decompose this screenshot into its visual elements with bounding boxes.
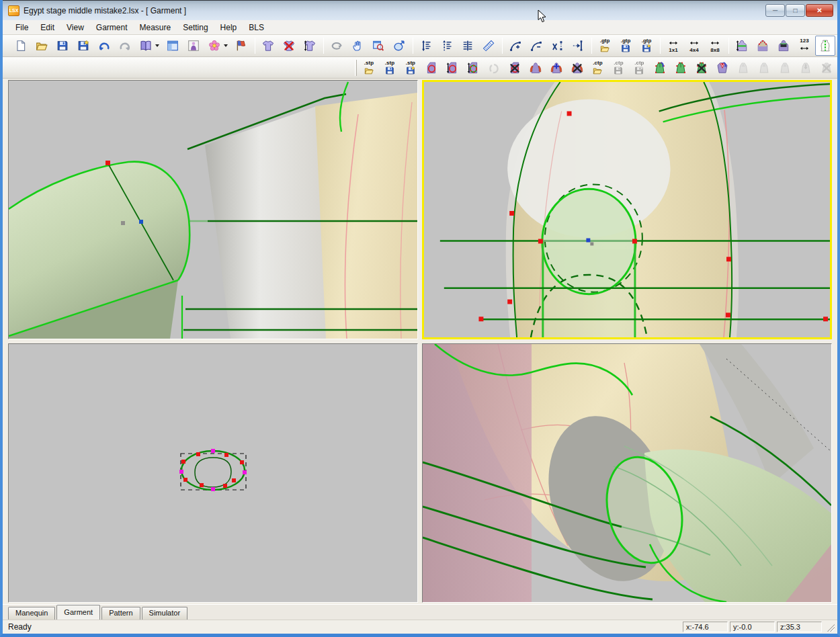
toolbar-point-merge-button[interactable] [568, 36, 588, 56]
menu-view[interactable]: View [60, 22, 90, 34]
viewport-top-right[interactable] [422, 80, 832, 339]
tab-manequin[interactable]: Manequin [8, 607, 55, 620]
toolbar-stp-save-as-button[interactable]: .stp [401, 58, 421, 78]
toolbar-cuff-create-button[interactable] [650, 58, 670, 78]
toolbar-ruler-button[interactable] [478, 36, 499, 56]
menu-edit[interactable]: Edit [34, 22, 60, 34]
minimize-button[interactable]: ─ [765, 4, 785, 17]
toolbar-stp-open-button[interactable]: .stp [359, 58, 379, 78]
toolbar-measure-dashed-button[interactable] [437, 36, 457, 56]
menu-help[interactable]: Help [214, 22, 243, 34]
toolbar-sleeve-delete-button[interactable] [567, 58, 587, 78]
toolbar-mannequin-landmarks-button[interactable] [753, 36, 773, 56]
toolbar-armhole-height-button[interactable] [442, 58, 462, 78]
toolbar-collar-vneck-button[interactable] [712, 58, 732, 78]
toolbar-garment-show-button[interactable] [258, 36, 278, 56]
folder-icon [600, 44, 610, 53]
menu-garment[interactable]: Garment [90, 22, 134, 34]
toolbar-gtp-save-button[interactable]: .gtp [616, 36, 636, 56]
toolbar-mannequin-view-button[interactable] [183, 36, 204, 56]
control-point-blue[interactable] [586, 239, 590, 243]
toolbar-mannequin-height-button[interactable] [732, 36, 752, 56]
toolbar-ctp-open-button[interactable]: .ctp [587, 58, 607, 78]
toolbar-stp-open-label: .stp [364, 60, 374, 66]
toolbar-armhole-circle-button[interactable] [421, 58, 442, 78]
toolbar-stp-save-button[interactable]: .stp [380, 58, 400, 78]
toolbar-garment-delete-button[interactable] [279, 36, 299, 56]
vmeas-icon [420, 40, 432, 52]
toolbar-zoom-all-button[interactable] [389, 36, 409, 56]
toolbar-pan-view-button[interactable] [347, 36, 368, 56]
shirt-icon [283, 40, 295, 52]
toolbar-stp-save-as-label: .stp [406, 60, 415, 66]
mode-tab-bar: Manequin Garment Pattern Simulator [3, 604, 837, 620]
toolbar-curve-remove-point-button[interactable] [526, 36, 546, 56]
menu-file[interactable]: File [9, 22, 34, 34]
winlayout-icon [167, 40, 179, 52]
toolbar-gtp-save-as-button[interactable]: .gtp [636, 36, 657, 56]
flag-icon [235, 40, 247, 52]
toolbar-render-options-button[interactable] [204, 36, 224, 56]
floppy-icon [56, 40, 69, 52]
redo-icon [119, 40, 131, 52]
toolbar-save-as-button[interactable] [73, 36, 93, 56]
viewport-bottom-left[interactable] [8, 343, 418, 603]
dropdown-caret-icon[interactable] [155, 44, 159, 47]
folder-icon [593, 66, 602, 75]
toolbar-rotate-view-button[interactable] [327, 36, 347, 56]
toolbar-zoom-window-button[interactable] [368, 36, 388, 56]
panelcirc-icon [509, 62, 521, 74]
toolbar-curve-add-point-button[interactable] [505, 36, 526, 56]
toolbar-save-file-button[interactable] [52, 36, 73, 56]
viewport-top-left[interactable] [8, 80, 418, 339]
graycollar-icon [821, 62, 833, 74]
viewport-bottom-right[interactable] [422, 343, 832, 603]
torso-dots-icon [757, 40, 769, 52]
toolbar-texture-flag-button[interactable] [231, 36, 251, 56]
manwin-icon [187, 40, 200, 52]
tab-pattern[interactable]: Pattern [101, 607, 140, 620]
menu-setting[interactable]: Setting [177, 22, 214, 34]
toolbar-new-file-button[interactable] [11, 36, 31, 56]
control-point-blue[interactable] [139, 220, 143, 224]
toolbar-mannequin-dark-button[interactable] [773, 36, 794, 56]
xmove-icon [551, 40, 563, 52]
close-button[interactable]: ✕ [806, 4, 833, 17]
menu-bls[interactable]: BLS [243, 22, 270, 34]
toolbar-body-symmetry-button[interactable] [815, 36, 835, 56]
toolbar-subdivision-4x4-button[interactable]: 4x4 [684, 36, 704, 56]
toolbar-garment-fit-button[interactable] [300, 36, 320, 56]
toolbar-armhole-delete-button[interactable] [505, 58, 525, 78]
toolbar-gtp-open-button[interactable]: .gtp [595, 36, 615, 56]
toolbar-measure-line-button[interactable] [416, 36, 436, 56]
toolbar-sleeve-adjust-button[interactable] [546, 58, 566, 78]
toolbar-window-layout-button[interactable] [163, 36, 183, 56]
toolbar-measure-123-button[interactable]: 123 [794, 36, 814, 56]
floppy-icon [621, 44, 630, 53]
maximize-button[interactable]: □ [786, 4, 805, 17]
tab-simulator[interactable]: Simulator [142, 607, 187, 620]
tab-garment[interactable]: Garment [56, 605, 100, 620]
toolbar-open-file-button[interactable] [32, 36, 52, 56]
floppy-icon [642, 44, 651, 53]
toolbar-cuff-delete-button[interactable] [691, 58, 712, 78]
resize-grip[interactable] [825, 622, 835, 632]
toolbar-cuff-edit-button[interactable] [671, 58, 691, 78]
toolbar-armhole-depth-button[interactable] [463, 58, 483, 78]
window-title: Egypt stage middle mistake2.lsx - [ Garm… [24, 6, 186, 15]
shirt-icon [262, 40, 274, 52]
toolbar-subdivision-1x1-button[interactable]: 1x1 [663, 36, 683, 56]
toolbar-separator [323, 38, 324, 54]
control-point-red[interactable] [106, 161, 110, 165]
vmeas2-icon [441, 40, 453, 52]
toolbar-subdivision-8x8-button[interactable]: 8x8 [705, 36, 725, 56]
toolbar-history-list-button[interactable] [136, 36, 156, 56]
menu-measure[interactable]: Measure [134, 22, 177, 34]
toolbar-undo-button[interactable] [94, 36, 114, 56]
toolbar-sleeve-attach-button[interactable] [526, 58, 546, 78]
toolbar-collar-option-1-button [733, 58, 753, 78]
toolbar-point-delete-button[interactable] [547, 36, 567, 56]
toolbar-measure-pair-button[interactable] [458, 36, 478, 56]
toolbar-redo-button[interactable] [115, 36, 135, 56]
dropdown-caret-icon[interactable] [224, 44, 228, 47]
